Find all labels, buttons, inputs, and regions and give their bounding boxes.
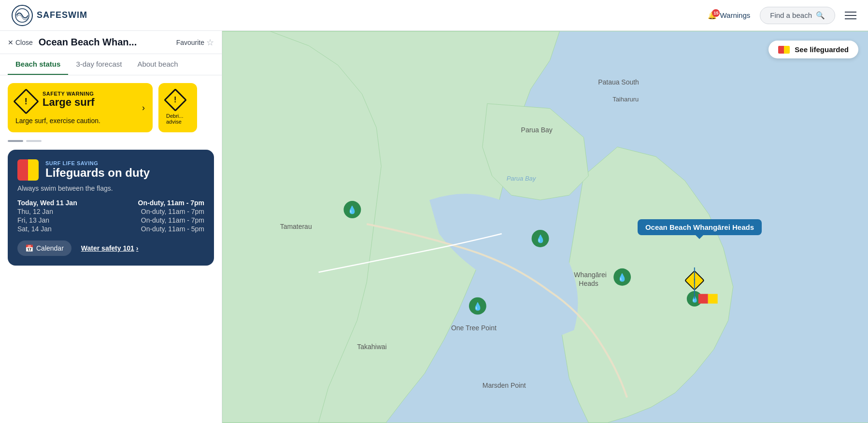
scroll-dot-2 <box>26 140 42 142</box>
svg-text:Parua Bay: Parua Bay <box>521 126 553 134</box>
svg-text:Taiharuru: Taiharuru <box>612 96 639 103</box>
svg-text:💧: 💧 <box>617 273 627 282</box>
tab-beach-status[interactable]: Beach status <box>8 54 68 75</box>
flag-red-half <box>17 159 28 181</box>
hamburger-line-3 <box>845 18 856 19</box>
schedule-hours-0: On-duty, 11am - 7pm <box>111 199 205 207</box>
svg-text:Whangārei: Whangārei <box>574 271 606 279</box>
calendar-label: Calendar <box>36 244 64 252</box>
schedule-hours-1: On-duty, 11am - 7pm <box>111 208 205 215</box>
schedule-day-3: Sat, 14 Jan <box>17 225 111 233</box>
calendar-button[interactable]: 📅 Calendar <box>17 240 71 256</box>
hamburger-line-1 <box>845 12 856 13</box>
hamburger-line-2 <box>845 15 856 16</box>
svg-text:One Tree Point: One Tree Point <box>451 324 497 332</box>
warning-chevron-1: › <box>142 103 145 113</box>
svg-rect-26 <box>708 294 718 304</box>
search-icon: 🔍 <box>816 11 825 20</box>
lifeguard-title: Lifeguards on duty <box>45 166 150 180</box>
warning-title-1: Large surf <box>43 97 145 108</box>
svg-text:💧: 💧 <box>347 205 357 214</box>
map-marker-one-tree-point[interactable]: 💧 <box>469 297 486 315</box>
lifeguard-card: SURF LIFE SAVING Lifeguards on duty Alwa… <box>8 150 214 266</box>
main-layout: ✕ Close Ocean Beach Whan... Favourite ☆ … <box>0 31 868 423</box>
scroll-dot-1 <box>8 140 23 142</box>
warnings-badge: 15 <box>712 9 720 17</box>
favourite-button[interactable]: Favourite ☆ <box>176 37 214 48</box>
flag-mini-yellow <box>784 46 790 54</box>
find-beach-label: Find a beach <box>770 11 812 19</box>
schedule-grid: Today, Wed 11 Jan On-duty, 11am - 7pm Th… <box>17 199 204 233</box>
logo-area: SAFESWIM <box>12 5 87 26</box>
beach-sidebar: ✕ Close Ocean Beach Whan... Favourite ☆ … <box>0 31 222 423</box>
schedule-day-1: Thu, 12 Jan <box>17 208 111 215</box>
svg-text:Heads: Heads <box>579 280 598 287</box>
beach-name: Ocean Beach Whan... <box>39 37 171 48</box>
menu-button[interactable] <box>845 12 856 19</box>
surf-life-saving-label: SURF LIFE SAVING <box>45 160 150 166</box>
svg-text:Takahiwai: Takahiwai <box>357 343 386 351</box>
tab-about-beach[interactable]: About beach <box>129 54 185 75</box>
lifeguarded-flag-mini <box>778 46 790 54</box>
swim-flags-text: Always swim between the flags. <box>17 184 204 192</box>
svg-text:Tamaterau: Tamaterau <box>280 223 312 230</box>
warnings-row: ! SAFETY WARNING Large surf › Large surf… <box>0 75 222 140</box>
warnings-label: Warnings <box>720 11 750 19</box>
logo-text: SAFESWIM <box>37 10 87 20</box>
svg-rect-25 <box>698 294 708 304</box>
flag-mini-red <box>778 46 784 54</box>
header-actions: 🔔 15 Warnings Find a beach 🔍 <box>708 7 856 24</box>
water-safety-link[interactable]: Water safety 101 › <box>81 244 139 252</box>
schedule-day-0: Today, Wed 11 Jan <box>17 199 111 207</box>
map-tooltip: Ocean Beach Whangārei Heads <box>638 219 762 235</box>
map-tooltip-label: Ocean Beach Whangārei Heads <box>645 223 754 231</box>
map-svg: Pataua South Taiharuru Parua Bay Parua B… <box>222 31 868 423</box>
lifeguard-flag-icon <box>17 159 39 181</box>
safeswim-logo-icon <box>12 5 33 26</box>
see-lifeguarded-button[interactable]: See lifeguarded <box>768 41 858 58</box>
warning-desc-2-advise: advise <box>166 119 189 125</box>
svg-text:Parua Bay: Parua Bay <box>507 175 537 182</box>
beach-tabs: Beach status 3-day forecast About beach <box>0 54 222 75</box>
close-button[interactable]: ✕ Close <box>8 39 33 46</box>
map-area: Pataua South Taiharuru Parua Bay Parua B… <box>222 31 868 423</box>
warnings-button[interactable]: 🔔 15 Warnings <box>708 11 750 20</box>
svg-text:Pataua South: Pataua South <box>598 78 639 86</box>
warning-desc-1: Large surf, exercise caution. <box>15 117 145 125</box>
svg-text:💧: 💧 <box>473 302 483 311</box>
map-marker-parua-bay[interactable]: 💧 <box>532 230 549 247</box>
tab-3day-forecast[interactable]: 3-day forecast <box>68 54 129 75</box>
calendar-icon: 📅 <box>25 244 33 252</box>
bell-badge: 🔔 15 <box>708 11 717 20</box>
lifeguard-title-group: SURF LIFE SAVING Lifeguards on duty <box>45 160 150 180</box>
schedule-hours-3: On-duty, 11am - 5pm <box>111 225 205 233</box>
warning-exclamation-1: ! <box>25 97 28 107</box>
see-lifeguarded-label: See lifeguarded <box>795 45 849 54</box>
lifeguard-header: SURF LIFE SAVING Lifeguards on duty <box>17 159 204 181</box>
schedule-hours-2: On-duty, 11am - 7pm <box>111 216 205 224</box>
svg-text:Marsden Point: Marsden Point <box>483 381 526 389</box>
header: SAFESWIM 🔔 15 Warnings Find a beach 🔍 <box>0 0 868 31</box>
svg-text:💧: 💧 <box>536 234 545 243</box>
arrow-right-icon: › <box>136 244 139 252</box>
scroll-indicator <box>0 140 222 146</box>
warning-exclamation-2: ! <box>174 96 176 104</box>
star-icon: ☆ <box>206 37 214 48</box>
flag-yellow-half <box>28 159 39 181</box>
close-icon: ✕ <box>8 39 14 46</box>
lifeguard-actions: 📅 Calendar Water safety 101 › <box>17 240 204 256</box>
warning-desc-2-partial: Debri... <box>166 113 189 119</box>
map-marker-whangarei-heads[interactable]: 💧 <box>613 268 631 286</box>
water-safety-label: Water safety 101 <box>81 244 134 252</box>
find-beach-button[interactable]: Find a beach 🔍 <box>760 7 835 24</box>
close-label: Close <box>15 39 33 46</box>
beach-header: ✕ Close Ocean Beach Whan... Favourite ☆ <box>0 31 222 54</box>
warning-title-group-1: SAFETY WARNING Large surf <box>43 91 145 108</box>
favourite-label: Favourite <box>176 39 204 46</box>
schedule-day-2: Fri, 13 Jan <box>17 216 111 224</box>
warning-card-debris-partial[interactable]: ! Debri... advise <box>158 83 197 132</box>
warning-card-large-surf[interactable]: ! SAFETY WARNING Large surf › Large surf… <box>8 83 153 132</box>
map-marker-tamaterau[interactable]: 💧 <box>343 201 361 218</box>
